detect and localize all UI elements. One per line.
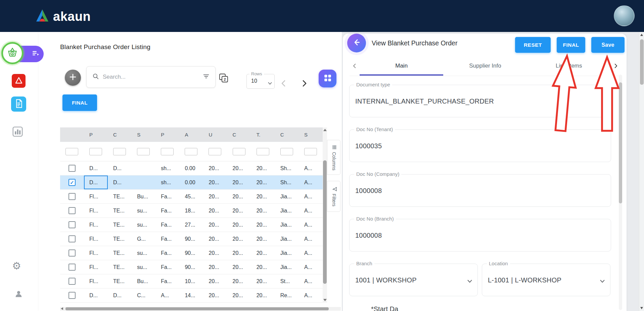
row-checkbox[interactable] xyxy=(68,179,76,186)
table-cell[interactable]: Fa... xyxy=(155,274,179,288)
column-header[interactable]: U xyxy=(203,127,227,142)
table-cell[interactable]: A... xyxy=(299,161,323,175)
table-cell[interactable]: Jia... xyxy=(275,204,299,218)
tab-main[interactable]: Main xyxy=(360,57,443,76)
column-filter-input[interactable] xyxy=(161,148,174,155)
table-cell[interactable]: 20... xyxy=(203,176,227,189)
column-header[interactable]: S xyxy=(299,127,323,142)
scroll-left-icon[interactable] xyxy=(61,307,63,310)
table-cell[interactable]: 90... xyxy=(179,246,203,260)
table-cell[interactable]: TE... xyxy=(108,274,132,288)
table-cell[interactable]: 20... xyxy=(203,232,227,246)
table-cell[interactable]: sh... xyxy=(155,176,179,189)
search-input[interactable] xyxy=(103,74,199,80)
table-cell[interactable]: Bu... xyxy=(132,274,155,288)
table-cell[interactable]: G... xyxy=(132,232,155,246)
field-location[interactable]: LocationL-1001 | L-WORKSHOP xyxy=(482,264,610,296)
table-cell[interactable]: su... xyxy=(132,218,155,232)
profile-button[interactable] xyxy=(14,289,23,300)
column-filter-input[interactable] xyxy=(137,148,150,155)
table-cell[interactable]: Fl... xyxy=(84,190,108,203)
table-cell[interactable]: 90... xyxy=(179,260,203,274)
dropdown-caret-icon[interactable] xyxy=(467,278,472,284)
table-cell[interactable]: D... xyxy=(84,161,108,175)
table-cell[interactable]: D... xyxy=(84,288,108,302)
table-cell[interactable]: 20... xyxy=(203,246,227,260)
table-cell[interactable]: TE... xyxy=(108,232,132,246)
table-cell[interactable]: Bu... xyxy=(132,190,155,203)
table-cell[interactable]: 20... xyxy=(203,260,227,274)
table-cell[interactable]: A... xyxy=(299,274,323,288)
table-cell[interactable]: 20... xyxy=(227,288,251,302)
column-filter-input[interactable] xyxy=(185,148,197,155)
table-cell[interactable]: A... xyxy=(299,176,323,189)
table-cell[interactable]: 0.00 xyxy=(179,176,203,189)
column-filter-input[interactable] xyxy=(209,148,221,155)
table-cell[interactable]: Fl... xyxy=(84,232,108,246)
horizontal-scrollbar-thumb[interactable] xyxy=(65,307,329,310)
table-cell[interactable]: Jia... xyxy=(275,190,299,203)
column-header[interactable]: C xyxy=(227,127,251,142)
table-cell[interactable]: A... xyxy=(299,218,323,232)
column-filter-input[interactable] xyxy=(280,148,293,155)
duplicate-listing-button[interactable]: 2 xyxy=(219,73,229,84)
table-cell[interactable]: 20... xyxy=(227,161,251,175)
table-cell[interactable]: 20... xyxy=(251,232,275,246)
row-checkbox[interactable] xyxy=(68,264,76,271)
row-checkbox[interactable] xyxy=(68,207,76,214)
scroll-down-icon[interactable] xyxy=(640,307,643,309)
column-filter-input[interactable] xyxy=(304,148,317,155)
page-scrollbar-thumb[interactable] xyxy=(640,39,644,85)
tab-supplier-info[interactable]: Supplier Info xyxy=(443,57,527,76)
table-cell[interactable]: su... xyxy=(132,260,155,274)
column-header[interactable]: T. xyxy=(251,127,275,142)
table-row[interactable]: D...D...C...A...14...20...20...20...Re..… xyxy=(60,288,323,303)
table-cell[interactable]: su... xyxy=(132,246,155,260)
settings-button[interactable]: ⚙ xyxy=(12,261,21,271)
table-cell[interactable]: Fl... xyxy=(84,246,108,260)
table-row[interactable]: Fl...TE...su...Fa...18...20...20...20...… xyxy=(60,204,323,218)
field-branch[interactable]: Branch1001 | WORKSHOP xyxy=(349,264,478,296)
reset-button[interactable]: RESET xyxy=(515,37,551,53)
table-cell[interactable]: 18... xyxy=(179,204,203,218)
rows-per-page-select[interactable]: Rows 10 xyxy=(246,74,275,89)
table-cell[interactable]: Fa... xyxy=(155,246,179,260)
table-cell[interactable]: D... xyxy=(108,161,132,175)
table-cell[interactable]: A... xyxy=(299,204,323,218)
column-filter-input[interactable] xyxy=(257,148,269,155)
table-cell[interactable]: D... xyxy=(84,176,108,189)
table-cell[interactable]: 20... xyxy=(227,190,251,203)
detail-scrollbar-thumb[interactable] xyxy=(619,82,622,203)
row-checkbox[interactable] xyxy=(68,278,76,285)
table-cell[interactable]: 20... xyxy=(251,190,275,203)
table-cell[interactable]: TE... xyxy=(108,204,132,218)
user-avatar[interactable] xyxy=(614,5,635,26)
column-header[interactable]: C xyxy=(108,127,132,142)
table-cell[interactable]: 20... xyxy=(227,260,251,274)
pdf-app-button[interactable] xyxy=(12,74,26,88)
table-cell[interactable]: 27... xyxy=(179,218,203,232)
akaun-logo[interactable]: akaun xyxy=(35,9,91,24)
final-button[interactable]: FINAL xyxy=(557,37,585,53)
table-cell[interactable]: A... xyxy=(155,288,179,302)
scroll-down-icon[interactable] xyxy=(323,299,327,301)
table-cell[interactable] xyxy=(132,161,155,175)
column-header[interactable]: C xyxy=(275,127,299,142)
row-checkbox[interactable] xyxy=(68,165,76,172)
table-cell[interactable]: TE... xyxy=(108,246,132,260)
table-cell[interactable]: 20... xyxy=(251,161,275,175)
table-row[interactable]: D...D...sh...0.0020...20...20...Sh...A..… xyxy=(60,161,323,176)
table-cell[interactable]: 20... xyxy=(203,190,227,203)
search-box[interactable] xyxy=(86,66,216,88)
table-cell[interactable]: TE... xyxy=(108,218,132,232)
add-button[interactable] xyxy=(65,70,81,86)
table-row[interactable]: Fl...TE...Bu...Fa...10...20...20...20...… xyxy=(60,274,323,288)
table-cell[interactable]: Fa... xyxy=(155,190,179,203)
table-row[interactable]: Fl...TE...G...Fa...90...20...20...20...J… xyxy=(60,232,323,246)
column-header[interactable]: P xyxy=(155,127,179,142)
page-scrollbar[interactable] xyxy=(639,32,644,311)
dropdown-caret-icon[interactable] xyxy=(600,278,605,284)
table-cell[interactable]: Jia... xyxy=(275,260,299,274)
table-cell[interactable]: sh... xyxy=(155,161,179,175)
table-cell[interactable]: 20... xyxy=(227,218,251,232)
